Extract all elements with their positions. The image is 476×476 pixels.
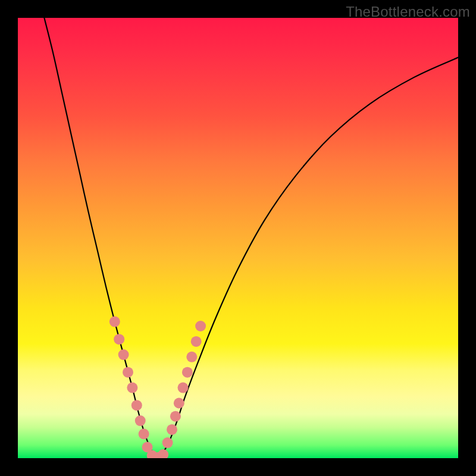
knee-dot (158, 449, 168, 458)
knee-dot (131, 400, 142, 411)
knee-dot (114, 334, 124, 345)
knee-dot (174, 398, 184, 409)
knee-dot (178, 383, 189, 393)
right-curve (159, 58, 458, 458)
knee-dot (182, 367, 193, 378)
knee-dot (139, 428, 149, 439)
knee-dot (167, 424, 177, 435)
knee-dot (186, 352, 197, 362)
knee-dot (123, 367, 133, 378)
knee-dot (109, 317, 120, 327)
chart-overlay-svg (18, 18, 458, 458)
chart-area (18, 18, 458, 458)
watermark-text: TheBottleneck.com (346, 4, 470, 20)
knee-dot (118, 349, 129, 360)
knee-dot (191, 336, 202, 347)
viewport: TheBottleneck.com (0, 0, 476, 476)
knee-dot (195, 321, 206, 331)
knee-dot (127, 383, 137, 393)
knee-dot (170, 411, 181, 422)
left-curve (44, 18, 158, 458)
knee-dots-group (109, 317, 206, 458)
knee-dot (162, 437, 173, 448)
knee-dot (135, 415, 146, 426)
